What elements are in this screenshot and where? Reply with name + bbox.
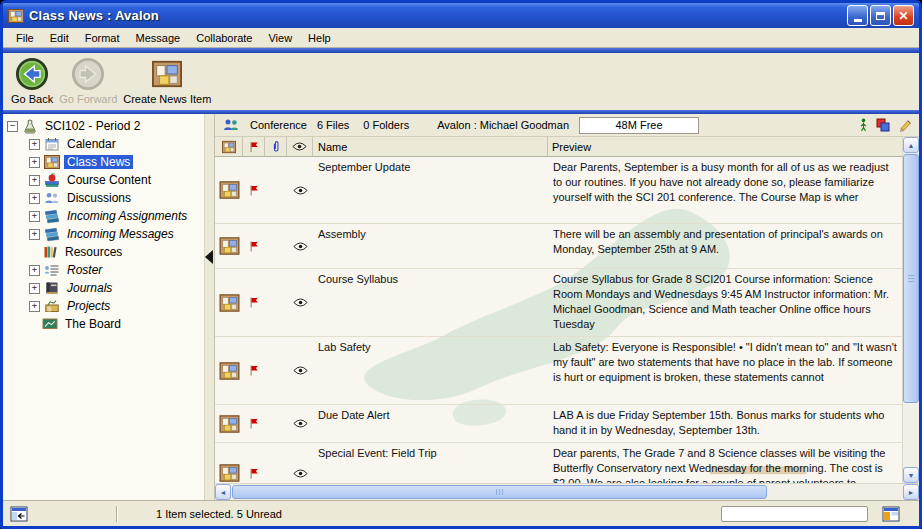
sidebar-item-label: SCI102 - Period 2: [42, 119, 143, 133]
folders-count: 0 Folders: [363, 119, 409, 131]
expand-icon[interactable]: +: [29, 265, 40, 276]
content-area: − SCI102 - Period 2 + Calendar + Class N…: [3, 114, 919, 500]
scroll-left-arrow[interactable]: ◄: [215, 484, 231, 500]
chalkboard-icon: [42, 316, 58, 332]
permissions-person-icon[interactable]: [859, 118, 868, 132]
go-forward-icon: [71, 57, 105, 91]
layers-icon[interactable]: [876, 118, 890, 132]
create-news-item-button[interactable]: Create News Item: [123, 56, 211, 105]
create-news-item-label: Create News Item: [123, 93, 211, 105]
scroll-up-arrow[interactable]: ▲: [903, 137, 919, 153]
expand-icon[interactable]: +: [29, 139, 40, 150]
window-title: Class News : Avalon: [29, 8, 159, 23]
window-layout-icon[interactable]: [882, 506, 900, 522]
item-preview: Dear parents, The Grade 7 and 8 Science …: [548, 443, 902, 483]
sidebar-item-discussions[interactable]: + Discussions: [3, 189, 204, 207]
expand-icon[interactable]: +: [29, 301, 40, 312]
calendar-icon: [44, 136, 60, 152]
item-preview: There will be an assembly and presentati…: [548, 224, 902, 268]
sidebar-item-roster[interactable]: + Roster: [3, 261, 204, 279]
menu-message[interactable]: Message: [128, 30, 189, 46]
bulletin-board-icon: [219, 361, 240, 381]
sidebar-item-label: Course Content: [64, 173, 154, 187]
free-space-label: 48M Free: [615, 119, 662, 131]
column-item-icon[interactable]: [215, 137, 243, 156]
expand-icon[interactable]: +: [29, 175, 40, 186]
go-back-button[interactable]: Go Back: [11, 56, 53, 105]
sidebar-item-journals[interactable]: + Journals: [3, 279, 204, 297]
pane-splitter[interactable]: [204, 114, 215, 500]
item-preview: LAB A is due Friday September 15th. Bonu…: [548, 405, 902, 442]
minimize-button[interactable]: [847, 5, 868, 26]
sidebar-item-projects[interactable]: + Projects: [3, 297, 204, 315]
menu-format[interactable]: Format: [77, 30, 128, 46]
expand-icon[interactable]: +: [29, 157, 40, 168]
column-attachment[interactable]: [265, 137, 287, 156]
bulletin-board-icon: [219, 293, 240, 313]
go-forward-button[interactable]: Go Forward: [59, 56, 117, 105]
view-toggle-icon[interactable]: [10, 506, 28, 522]
collapse-pane-icon[interactable]: [205, 250, 213, 264]
sidebar-item-label: Journals: [64, 281, 115, 295]
expand-icon[interactable]: +: [29, 193, 40, 204]
menu-bar: File Edit Format Message Collaborate Vie…: [3, 28, 919, 48]
list-item[interactable]: Assembly There will be an assembly and p…: [215, 224, 902, 269]
bulletin-board-icon: [219, 236, 240, 256]
attachment-icon: [272, 140, 280, 153]
go-back-icon: [15, 57, 49, 91]
edit-pencil-icon[interactable]: [898, 118, 912, 132]
free-space-indicator: 48M Free: [579, 117, 699, 134]
close-button[interactable]: ✕: [893, 5, 914, 26]
horizontal-scrollbar[interactable]: ◄ ►: [215, 483, 919, 500]
unread-eye-icon: [293, 419, 308, 428]
status-text: 1 Item selected. 5 Unread: [156, 508, 282, 520]
vertical-scrollbar[interactable]: ▲ ▼: [902, 137, 919, 483]
horizontal-scroll-thumb[interactable]: [232, 485, 767, 499]
sidebar-item-calendar[interactable]: + Calendar: [3, 135, 204, 153]
vertical-scroll-thumb[interactable]: [903, 154, 919, 403]
list-item[interactable]: Special Event: Field Trip Dear parents, …: [215, 443, 902, 483]
item-name: September Update: [318, 160, 410, 175]
list-item[interactable]: Due Date Alert LAB A is due Friday Septe…: [215, 405, 902, 443]
sidebar-item-incoming-assignments[interactable]: + Incoming Assignments: [3, 207, 204, 225]
list-item[interactable]: September Update Dear Parents, September…: [215, 157, 902, 224]
sidebar-item-root[interactable]: − SCI102 - Period 2: [3, 117, 204, 135]
go-forward-label: Go Forward: [59, 93, 117, 105]
sidebar-item-incoming-messages[interactable]: + Incoming Messages: [3, 225, 204, 243]
sidebar-item-label: Discussions: [64, 191, 134, 205]
sidebar-item-class-news[interactable]: + Class News: [3, 153, 204, 171]
sidebar-item-the-board[interactable]: The Board: [3, 315, 204, 333]
menu-view[interactable]: View: [260, 30, 300, 46]
title-bar[interactable]: Class News : Avalon ✕: [3, 3, 919, 28]
unread-eye-icon: [293, 469, 308, 478]
sidebar-item-course-content[interactable]: + Course Content: [3, 171, 204, 189]
sidebar-item-resources[interactable]: Resources: [3, 243, 204, 261]
books-icon: [44, 208, 60, 224]
apple-books-icon: [44, 172, 60, 188]
expand-icon[interactable]: +: [29, 283, 40, 294]
column-name[interactable]: Name: [313, 137, 548, 156]
conference-type-label: Conference: [250, 119, 307, 131]
unread-eye-icon: [293, 366, 308, 375]
menu-file[interactable]: File: [8, 30, 42, 46]
scroll-right-arrow[interactable]: ►: [903, 484, 919, 500]
list-item[interactable]: Lab Safety Lab Safety: Everyone is Respo…: [215, 337, 902, 405]
application-window: Class News : Avalon ✕ File Edit Format M…: [0, 0, 922, 529]
menu-help[interactable]: Help: [300, 30, 339, 46]
expand-icon[interactable]: +: [29, 229, 40, 240]
menu-edit[interactable]: Edit: [42, 30, 77, 46]
status-bar: 1 Item selected. 5 Unread: [3, 500, 919, 526]
files-count: 6 Files: [317, 119, 349, 131]
list-item[interactable]: Course Syllabus Course Syllabus for Grad…: [215, 269, 902, 337]
flask-icon: [22, 118, 38, 134]
collapse-icon[interactable]: −: [7, 121, 18, 132]
maximize-button[interactable]: [870, 5, 891, 26]
scroll-down-arrow[interactable]: ▼: [903, 467, 919, 483]
expand-icon[interactable]: +: [29, 211, 40, 222]
column-flag[interactable]: [243, 137, 265, 156]
conference-owner: Avalon : Michael Goodman: [437, 119, 569, 131]
news-item-list: September Update Dear Parents, September…: [215, 157, 919, 483]
column-preview[interactable]: Preview: [548, 137, 902, 156]
menu-collaborate[interactable]: Collaborate: [188, 30, 260, 46]
column-unread[interactable]: [287, 137, 313, 156]
